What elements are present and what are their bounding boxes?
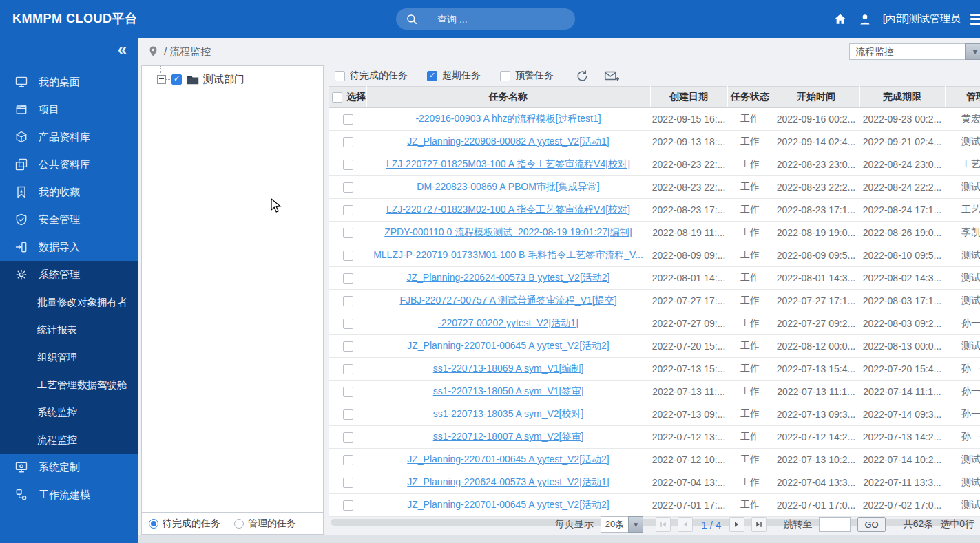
row-checkbox[interactable] — [343, 251, 353, 261]
task-link[interactable]: JZ_Planning-220908-00082 A yytest_V2[活动1… — [407, 136, 609, 147]
sidebar-subitem-system-monitor[interactable]: 系统监控 — [0, 398, 138, 426]
row-checkbox[interactable] — [343, 409, 353, 420]
row-checkbox[interactable] — [343, 387, 353, 397]
task-link[interactable]: ZPDY-000110 0 流程模板测试_2022-08-19 19:01:27… — [384, 226, 632, 237]
task-link[interactable]: ss1-220713-18050 A sym_V1[签审] — [433, 385, 584, 396]
last-page-button[interactable] — [751, 517, 767, 532]
prev-page-button[interactable] — [678, 517, 693, 532]
tree-collapse-icon[interactable] — [157, 75, 166, 84]
row-checkbox[interactable] — [343, 455, 353, 465]
view-selector[interactable]: 流程监控 ▼ — [849, 43, 980, 60]
chevron-down-icon[interactable]: ▼ — [628, 516, 643, 533]
row-checkbox[interactable] — [343, 228, 353, 238]
task-link[interactable]: FJBJ-220727-00757 A 测试普通签审流程_V1[提交] — [399, 295, 616, 306]
sidebar-item-product-library[interactable]: 产品资料库 — [0, 123, 138, 151]
col-task-name[interactable]: 任务名称 — [366, 87, 650, 108]
global-search[interactable] — [396, 8, 575, 30]
task-link[interactable]: LZJ-220727-01823M02-100 A 指令工艺签审流程V4[校对] — [386, 204, 630, 215]
row-checkbox[interactable] — [343, 432, 353, 443]
current-user-label[interactable]: [内部]测试管理员 — [883, 12, 961, 25]
task-link[interactable]: JZ_Planning-220624-00573 A yytest_V2[活动1… — [407, 476, 609, 487]
user-icon[interactable] — [858, 12, 872, 26]
task-name-cell: ss1-220712-18007 A sym_V2[签审] — [366, 426, 650, 449]
manager-cell: 测试杨 — [945, 267, 980, 290]
menu-icon[interactable] — [970, 14, 980, 25]
sidebar-item-data-import[interactable]: 数据导入 — [0, 233, 138, 261]
tree-node-checkbox[interactable] — [171, 74, 182, 85]
radio-managed-tasks[interactable]: 管理的任务 — [234, 518, 296, 530]
sidebar-item-security-management[interactable]: 安全管理 — [0, 206, 138, 233]
filter-pending-tasks-checkbox[interactable] — [335, 71, 345, 81]
filter-warning-tasks-checkbox[interactable] — [500, 71, 510, 81]
col-task-status[interactable]: 任务状态 — [727, 87, 773, 108]
col-start-time[interactable]: 开始时间 — [773, 87, 859, 108]
sidebar-item-public-library[interactable]: 公共资料库 — [0, 151, 138, 178]
row-checkbox[interactable] — [343, 341, 353, 352]
chevron-down-icon[interactable]: ▼ — [965, 43, 980, 60]
row-checkbox[interactable] — [343, 205, 353, 215]
filter-pending-tasks[interactable]: 待完成的任务 — [335, 70, 408, 82]
breadcrumb: / 流程监控 — [164, 38, 211, 65]
sidebar-subitem-stats-report[interactable]: 统计报表 — [0, 316, 138, 343]
task-link[interactable]: LZJ-220727-01825M03-100 A 指令工艺签审流程V4[校对] — [386, 158, 630, 169]
row-checkbox[interactable] — [343, 182, 353, 193]
jump-page-input[interactable] — [819, 517, 851, 532]
sidebar-subitem-process-monitor[interactable]: 流程监控 — [0, 426, 138, 454]
deadline-cell: 2022-08-24 17:1... — [859, 199, 945, 222]
row-checkbox[interactable] — [343, 478, 353, 488]
row-checkbox[interactable] — [343, 500, 353, 511]
per-page-select[interactable]: 20条 ▼ — [601, 516, 643, 533]
task-link[interactable]: DM-220823-00869 A PBOM审批[集成异常] — [417, 181, 599, 192]
sidebar-item-my-favorites[interactable]: 我的收藏 — [0, 178, 138, 206]
mail-icon[interactable] — [604, 70, 619, 83]
sidebar-item-label: 公共资料库 — [39, 158, 90, 171]
manager-cell: 李凯伟 — [945, 222, 980, 244]
col-deadline[interactable]: 完成期限 — [859, 87, 945, 108]
home-icon[interactable] — [833, 12, 847, 26]
sidebar-subitem-batch-modify-owner[interactable]: 批量修改对象拥有者 — [0, 288, 138, 316]
deadline-cell: 2022-08-24 23:0... — [859, 153, 945, 176]
task-link[interactable]: JZ_Planning-220624-00573 B yytest_V2[活动2… — [407, 272, 610, 283]
row-checkbox[interactable] — [343, 273, 353, 284]
task-link[interactable]: -220727-00202 yytest_V2[活动1] — [438, 317, 578, 328]
search-input[interactable] — [436, 13, 549, 25]
task-link[interactable]: JZ_Planning-220701-00645 A yytest_V2[活动2… — [407, 454, 609, 465]
row-checkbox[interactable] — [343, 114, 353, 125]
row-checkbox[interactable] — [343, 319, 353, 329]
collapse-sidebar-icon[interactable]: « — [118, 41, 127, 58]
select-all-checkbox[interactable] — [332, 92, 342, 103]
filter-overdue-tasks-checkbox[interactable] — [427, 71, 437, 81]
task-link[interactable]: ss1-220712-18007 A sym_V2[签审] — [433, 431, 584, 442]
task-link[interactable]: MLLZJ-P-220719-01733M01-100 B 毛料指令工艺签审流程… — [373, 249, 643, 260]
col-manager[interactable]: 管理 — [945, 87, 980, 108]
row-checkbox[interactable] — [343, 296, 353, 306]
task-link[interactable]: JZ_Planning-220701-00645 A yytest_V2[活动2… — [407, 340, 609, 351]
refresh-icon[interactable] — [576, 70, 589, 83]
task-name-cell: MLLZJ-P-220719-01733M01-100 B 毛料指令工艺签审流程… — [366, 244, 650, 267]
col-created-date[interactable]: 创建日期 — [650, 87, 727, 108]
radio-pending-tasks[interactable]: 待完成的任务 — [149, 518, 220, 530]
sidebar-item-my-desktop[interactable]: 我的桌面 — [0, 68, 138, 96]
tree-node-label[interactable]: 测试部门 — [203, 73, 244, 86]
sidebar-item-system-management[interactable]: 系统管理 — [0, 261, 138, 288]
task-link[interactable]: JZ_Planning-220701-00645 A yytest_V2[活动2… — [407, 499, 609, 510]
tree-node-root[interactable]: 测试部门 — [142, 66, 323, 86]
first-page-button[interactable] — [656, 517, 671, 532]
sidebar-subitem-process-data-cockpit[interactable]: 工艺管理数据驾驶舱 — [0, 371, 138, 398]
filter-warning-tasks[interactable]: 预警任务 — [500, 70, 554, 82]
sidebar-item-workflow-modeling[interactable]: 工作流建模 — [0, 481, 138, 509]
filter-overdue-tasks[interactable]: 超期任务 — [427, 70, 481, 82]
sidebar-item-projects[interactable]: 项目 — [0, 96, 138, 123]
task-link[interactable]: -220916-00903 A hhz的流程模板[过程test1] — [415, 113, 601, 124]
next-page-button[interactable] — [729, 517, 744, 532]
row-checkbox[interactable] — [343, 137, 353, 147]
view-selector-value[interactable]: 流程监控 — [849, 43, 965, 60]
sidebar-subitem-org-management[interactable]: 组织管理 — [0, 343, 138, 371]
task-link[interactable]: ss1-220713-18035 A sym_V2[校对] — [433, 408, 584, 419]
go-button[interactable]: GO — [857, 517, 885, 532]
row-checkbox[interactable] — [343, 364, 353, 374]
sidebar-item-system-customize[interactable]: 系统定制 — [0, 454, 138, 481]
row-checkbox[interactable] — [343, 160, 353, 170]
task-link[interactable]: ss1-220713-18069 A sym_V1[编制] — [433, 363, 584, 374]
manager-cell: 工艺技 — [945, 199, 980, 222]
